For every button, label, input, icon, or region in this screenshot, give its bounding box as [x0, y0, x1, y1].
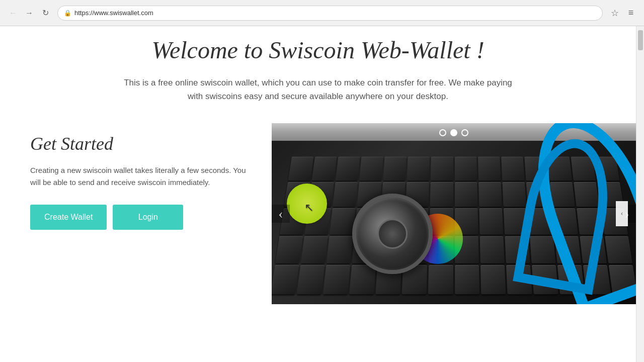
- nav-buttons: ← → ↻: [6, 6, 52, 20]
- panel-collapse-button[interactable]: ‹: [616, 201, 628, 226]
- refresh-button[interactable]: ↻: [38, 6, 52, 20]
- url-text: https://www.swiswallet.com: [74, 9, 153, 17]
- button-group: Create Wallet Login: [30, 205, 252, 230]
- address-bar[interactable]: 🔒 https://www.swiswallet.com: [57, 6, 603, 21]
- left-column: Get Started Creating a new swiscoin wall…: [10, 123, 272, 240]
- stethoscope-head-inner: [377, 219, 408, 249]
- two-column-layout: Get Started Creating a new swiscoin wall…: [0, 123, 636, 304]
- green-blob: ↖: [287, 184, 327, 224]
- scrollbar[interactable]: [636, 26, 644, 362]
- browser-actions: ☆ ≡: [608, 6, 638, 20]
- page-content: Welcome to Swiscoin Web-Wallet ! This is…: [0, 26, 636, 362]
- hero-title: Welcome to Swiscoin Web-Wallet !: [50, 36, 586, 64]
- hero-subtitle: This is a free online swiscoin wallet, w…: [117, 76, 519, 103]
- lock-icon: 🔒: [64, 10, 71, 17]
- get-started-title: Get Started: [30, 133, 252, 154]
- slide-dot-3[interactable]: [461, 129, 468, 136]
- prev-slide-button[interactable]: ‹: [272, 205, 290, 223]
- menu-button[interactable]: ≡: [624, 6, 638, 20]
- cursor-icon: ↖: [304, 201, 313, 214]
- stethoscope-head: [352, 194, 433, 274]
- slide-image: ↖: [272, 123, 636, 304]
- login-button[interactable]: Login: [113, 205, 183, 230]
- browser-chrome: ← → ↻ 🔒 https://www.swiswallet.com ☆ ≡: [0, 0, 644, 26]
- page-wrapper: Welcome to Swiscoin Web-Wallet ! This is…: [0, 26, 644, 362]
- bookmark-button[interactable]: ☆: [608, 6, 622, 20]
- forward-button[interactable]: →: [22, 6, 36, 20]
- slide-dot-1[interactable]: [439, 129, 446, 136]
- get-started-description: Creating a new swiscoin wallet takes lit…: [30, 164, 252, 189]
- image-slider: ↖ ‹ › ‹: [272, 123, 636, 304]
- back-button[interactable]: ←: [6, 6, 20, 20]
- slider-dots: [439, 129, 468, 136]
- create-wallet-button[interactable]: Create Wallet: [30, 205, 107, 230]
- scrollbar-thumb[interactable]: [638, 30, 643, 50]
- slide-dot-2[interactable]: [450, 129, 457, 136]
- hero-section: Welcome to Swiscoin Web-Wallet ! This is…: [0, 26, 636, 123]
